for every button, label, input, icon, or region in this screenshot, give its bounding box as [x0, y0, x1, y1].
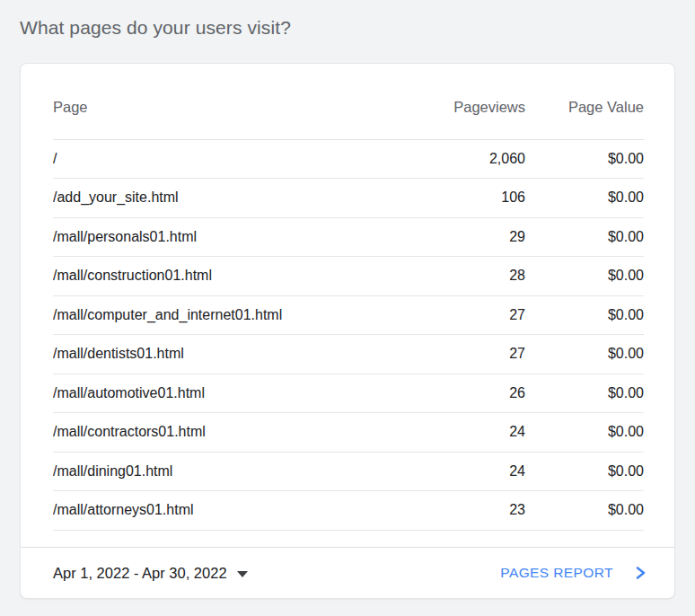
page-value-cell: $0.00 [525, 257, 644, 296]
pageviews-cell: 29 [425, 217, 525, 257]
pageviews-cell: 23 [425, 491, 525, 531]
page-value-cell: $0.00 [525, 452, 644, 491]
pages-widget-card: Page Pageviews Page Value /2,060$0.00/ad… [20, 63, 675, 599]
page-cell: /mall/computer_and_internet01.html [53, 295, 425, 335]
table-row: /mall/personals01.html29$0.00 [53, 217, 644, 257]
page-title: What pages do your users visit? [20, 17, 291, 39]
pageviews-cell: 26 [425, 374, 525, 413]
table-row: /mall/dentists01.html27$0.00 [53, 335, 644, 374]
table-row: /mall/contractors01.html24$0.00 [53, 413, 644, 453]
table-header-row: Page Pageviews Page Value [53, 64, 644, 139]
pages-report-link[interactable]: PAGES REPORT [500, 565, 647, 581]
page-value-cell: $0.00 [525, 217, 644, 257]
pageviews-cell: 24 [425, 413, 525, 453]
page-value-cell: $0.00 [525, 295, 644, 335]
pageviews-cell: 2,060 [425, 139, 525, 179]
table-row: /mall/construction01.html28$0.00 [53, 257, 644, 296]
table-row: /mall/automotive01.html26$0.00 [53, 374, 644, 413]
column-header-page: Page [53, 64, 425, 139]
page-value-cell: $0.00 [525, 374, 644, 413]
pages-table-container: Page Pageviews Page Value /2,060$0.00/ad… [21, 64, 674, 531]
pageviews-cell: 27 [425, 335, 525, 374]
pageviews-cell: 28 [425, 257, 525, 296]
page-cell: /add_your_site.html [53, 179, 425, 218]
page-value-cell: $0.00 [525, 179, 644, 218]
page-cell: /mall/dentists01.html [53, 335, 425, 374]
pages-report-label: PAGES REPORT [500, 565, 613, 581]
column-header-pageviews: Pageviews [425, 64, 525, 139]
table-row: /mall/attorneys01.html23$0.00 [53, 491, 644, 531]
caret-down-icon [237, 571, 248, 577]
column-header-page-value: Page Value [525, 64, 644, 139]
pages-table: Page Pageviews Page Value /2,060$0.00/ad… [53, 64, 644, 531]
page-cell: /mall/automotive01.html [53, 374, 425, 413]
pageviews-cell: 27 [425, 295, 525, 335]
page-cell: /mall/dining01.html [53, 452, 425, 491]
table-row: /mall/computer_and_internet01.html27$0.0… [53, 295, 644, 335]
page-cell: /mall/contractors01.html [53, 413, 425, 453]
page-value-cell: $0.00 [525, 139, 644, 179]
pageviews-cell: 24 [425, 452, 525, 491]
page-value-cell: $0.00 [525, 335, 644, 374]
page-cell: /mall/personals01.html [53, 217, 425, 257]
card-footer: Apr 1, 2022 - Apr 30, 2022 PAGES REPORT [21, 547, 674, 598]
table-row: /2,060$0.00 [53, 139, 644, 179]
analytics-widget-page: What pages do your users visit? Page Pag… [0, 0, 695, 616]
table-row: /mall/dining01.html24$0.00 [53, 452, 644, 491]
pageviews-cell: 106 [425, 179, 525, 218]
page-cell: /mall/construction01.html [53, 257, 425, 296]
table-row: /add_your_site.html106$0.00 [53, 179, 644, 218]
chevron-right-icon [633, 565, 647, 581]
date-range-label: Apr 1, 2022 - Apr 30, 2022 [53, 565, 227, 582]
page-cell: / [53, 139, 425, 179]
date-range-selector[interactable]: Apr 1, 2022 - Apr 30, 2022 [53, 565, 248, 582]
page-value-cell: $0.00 [525, 413, 644, 453]
page-cell: /mall/attorneys01.html [53, 491, 425, 531]
page-value-cell: $0.00 [525, 491, 644, 531]
